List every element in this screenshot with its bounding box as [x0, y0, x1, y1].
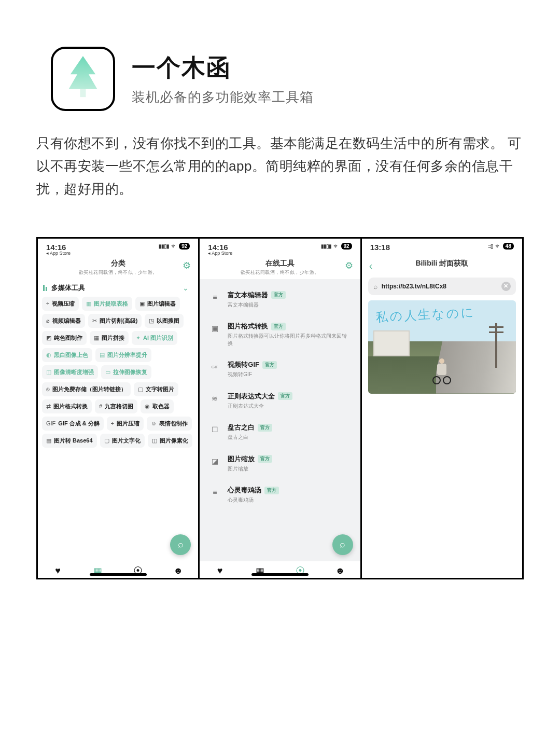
tool-row[interactable]: ◪图片缩放官方图片缩放	[200, 448, 360, 480]
tool-chip[interactable]: ▦图片提取表格	[82, 297, 132, 311]
tool-row[interactable]: ≋正则表达式大全官方正则表达式大全	[200, 385, 360, 417]
tool-chip[interactable]: ▦图片拼接	[90, 331, 129, 345]
row-icon: ◪	[209, 455, 220, 467]
tab-favorites[interactable]: ♥	[214, 565, 226, 576]
tool-chip[interactable]: ▭拉伸图像恢复	[101, 365, 151, 379]
chip-label: 文字转图片	[146, 385, 174, 393]
page-subtitle: 欲买桂花同载酒，终不似，少年游。	[200, 269, 360, 276]
page-title: 分类	[38, 259, 198, 268]
chip-icon: ◐	[46, 352, 51, 358]
tool-chip[interactable]: ▢图片文字化	[100, 434, 145, 448]
chip-icon: ▦	[86, 300, 91, 307]
tool-chip[interactable]: ◩纯色图制作	[42, 331, 87, 345]
chip-label: 图像清晰度增强	[54, 368, 94, 376]
tab-profile[interactable]: ☻	[172, 565, 185, 576]
screenshot-categories: 14:16 ◂ App Store ▮▮▯▮ ᯤ 92 分类 欲买桂花同载酒，终…	[36, 237, 200, 579]
chip-icon: ◩	[46, 335, 51, 341]
chip-icon: ◫	[46, 369, 51, 376]
tool-chip[interactable]: ÷视频压缩	[42, 297, 79, 311]
wifi-icon: ᯤ	[333, 243, 339, 249]
tool-chip[interactable]: ◐黑白图像上色	[42, 348, 92, 362]
chip-icon: ◫	[152, 437, 157, 444]
tool-chip[interactable]: GIFGIF 合成 & 分解	[42, 417, 104, 431]
tool-row[interactable]: ≡心灵毒鸡汤官方心灵毒鸡汤	[200, 479, 360, 511]
status-bar: 13:18 ::▯ ᯤ 48	[362, 239, 522, 252]
back-to-appstore[interactable]: ◂ App Store	[46, 251, 71, 256]
search-fab[interactable]: ⌕	[332, 534, 353, 555]
tool-row[interactable]: ≡富文本编辑器官方富文本编辑器	[200, 284, 360, 316]
chip-icon: ◳	[149, 317, 154, 324]
search-fab[interactable]: ⌕	[170, 534, 191, 555]
tool-chip[interactable]: ⌀视频编辑器	[42, 314, 85, 328]
row-desc: 图片格式转换器可以让你将图片再多种格式间来回转换	[228, 333, 351, 347]
chip-icon: #	[99, 403, 102, 409]
chip-icon: ✂	[92, 317, 97, 324]
chip-label: 取色器	[152, 403, 170, 410]
chip-icon: ▤	[100, 352, 105, 358]
screenshot-bilibili-cover: 13:18 ::▯ ᯤ 48 ‹ Bilibili 封面获取 ⌕ https:/…	[360, 237, 524, 579]
home-indicator	[90, 573, 147, 576]
chip-icon: ▦	[94, 335, 99, 341]
chip-label: 黑白图像上色	[54, 351, 88, 359]
row-title: 心灵毒鸡汤	[228, 486, 261, 495]
clear-icon[interactable]: ✕	[501, 282, 511, 291]
section-label[interactable]: 多媒体工具	[51, 283, 85, 293]
settings-icon[interactable]: ⚙	[345, 260, 353, 271]
tool-chip[interactable]: ▤图片转 Base64	[42, 434, 97, 448]
page-title: 在线工具	[200, 259, 360, 268]
tool-chip[interactable]: ⇄图片格式转换	[42, 399, 92, 413]
tool-chip[interactable]: ▣图片编辑器	[135, 297, 180, 311]
row-icon: ≡	[209, 487, 220, 498]
tool-chip[interactable]: ☺表情包制作	[147, 417, 192, 431]
tool-chip[interactable]: ✦AI 图片识别	[132, 331, 177, 345]
tab-profile[interactable]: ☻	[334, 565, 346, 576]
wifi-icon: ᯤ	[171, 243, 177, 249]
tool-row[interactable]: ▣图片格式转换官方图片格式转换器可以让你将图片再多种格式间来回转换	[200, 315, 360, 354]
tab-favorites[interactable]: ♥	[52, 565, 64, 576]
chip-label: 图片拼接	[102, 334, 124, 342]
tool-chip[interactable]: #九宫格切图	[95, 399, 137, 413]
tool-chip[interactable]: ◳以图搜图	[145, 314, 184, 328]
official-badge: 官方	[258, 424, 272, 432]
chip-label: 图片转 Base64	[54, 437, 93, 445]
battery-level: 48	[503, 243, 514, 250]
tool-chip[interactable]: ▤图片分辨率提升	[95, 348, 151, 362]
chip-label: AI 图片识别	[143, 334, 173, 342]
tool-chip[interactable]: ▢文字转图片	[134, 382, 178, 396]
chip-label: 视频编辑器	[52, 317, 81, 325]
chevron-down-icon[interactable]: ⌄	[183, 284, 189, 292]
tool-row[interactable]: ☐盘古之白官方盘古之白	[200, 417, 360, 448]
row-title: 富文本编辑器	[228, 290, 268, 300]
url-input[interactable]: ⌕ https://b23.tv/nL8tCx8 ✕	[368, 278, 516, 295]
url-value: https://b23.tv/nL8tCx8	[382, 283, 497, 290]
row-title: 图片缩放	[228, 454, 255, 464]
signal-icon: ▮▮▯▮	[159, 243, 169, 249]
signal-icon: ::▯	[488, 243, 493, 249]
back-icon[interactable]: ‹	[369, 260, 373, 272]
chip-icon: ▭	[105, 369, 110, 376]
chip-label: 以图搜图	[157, 317, 179, 325]
settings-icon[interactable]: ⚙	[183, 260, 191, 271]
battery-level: 92	[179, 243, 190, 250]
page-title: Bilibili 封面获取	[415, 259, 468, 267]
section-indicator-icon	[43, 285, 47, 291]
tool-chip[interactable]: ⎋图片免费存储（图片转链接）	[42, 382, 131, 396]
back-to-appstore[interactable]: ◂ App Store	[208, 251, 232, 256]
app-tagline: 装机必备的多功能效率工具箱	[132, 88, 314, 106]
chip-icon: ✦	[136, 335, 141, 341]
chip-label: 表情包制作	[159, 420, 188, 427]
cover-image[interactable]: 私の人生なのに	[368, 300, 516, 394]
tool-row[interactable]: GIF视频转GIF官方视频转GIF	[200, 354, 360, 385]
tool-chip[interactable]: ✂图片切割(高级)	[88, 314, 142, 328]
row-desc: 图片缩放	[228, 465, 351, 473]
tool-list: ≡富文本编辑器官方富文本编辑器▣图片格式转换官方图片格式转换器可以让你将图片再多…	[200, 279, 360, 552]
row-title: 正则表达式大全	[228, 392, 275, 401]
tool-chip[interactable]: ◉取色器	[141, 399, 174, 413]
tool-chip[interactable]: ◫图像清晰度增强	[42, 365, 98, 379]
official-badge: 官方	[264, 487, 279, 494]
row-title: 视频转GIF	[228, 360, 259, 369]
tool-chip[interactable]: ◫图片像素化	[148, 434, 192, 448]
tool-chip[interactable]: ÷图片压缩	[107, 417, 144, 431]
row-desc: 视频转GIF	[228, 371, 351, 378]
app-name: 一个木函	[132, 52, 314, 84]
